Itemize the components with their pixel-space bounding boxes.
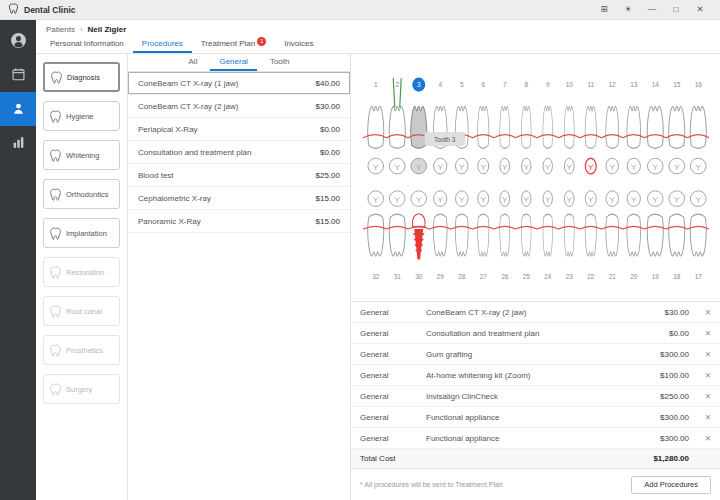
occlusal-lower-24[interactable]: [543, 191, 552, 207]
filter-tab-all[interactable]: All: [180, 54, 207, 71]
tooth-number-lower-18[interactable]: 18: [673, 273, 680, 280]
tooth-number-upper-4[interactable]: 4: [438, 81, 442, 88]
tooth-number-lower-27[interactable]: 27: [480, 273, 487, 280]
remove-row-icon[interactable]: ✕: [689, 308, 711, 317]
occlusal-upper-6[interactable]: [478, 158, 489, 174]
remove-row-icon[interactable]: ✕: [689, 392, 711, 401]
brightness-icon[interactable]: ☀: [616, 0, 640, 19]
tooth-lower-28[interactable]: [455, 214, 468, 256]
remove-row-icon[interactable]: ✕: [689, 434, 711, 443]
occlusal-upper-2[interactable]: [389, 158, 405, 174]
tooth-number-lower-21[interactable]: 21: [609, 273, 616, 280]
tooth-number-upper-2[interactable]: 2: [395, 81, 399, 88]
tooth-number-lower-29[interactable]: 29: [437, 273, 444, 280]
occlusal-upper-12[interactable]: [606, 158, 618, 174]
tab-invoices[interactable]: Invoices: [275, 36, 322, 53]
tooth-lower-20[interactable]: [627, 214, 641, 256]
occlusal-lower-21[interactable]: [606, 191, 618, 207]
procedure-item[interactable]: Consultation and treatment plan$0.00: [128, 141, 350, 164]
tooth-lower-23[interactable]: [564, 214, 574, 256]
sidebar-item-reports[interactable]: [0, 126, 36, 160]
procedure-item[interactable]: Panoramic X-Ray$15.00: [128, 210, 350, 233]
occlusal-lower-19[interactable]: [647, 191, 663, 207]
procedure-item[interactable]: Blood test$25.00: [128, 164, 350, 187]
tooth-lower-22[interactable]: [585, 214, 596, 256]
occlusal-lower-22[interactable]: [585, 191, 596, 207]
minimize-button[interactable]: —: [640, 0, 664, 19]
remove-row-icon[interactable]: ✕: [689, 350, 711, 359]
occlusal-upper-10[interactable]: [564, 158, 574, 174]
tab-procedures[interactable]: Procedures: [133, 36, 192, 53]
occlusal-upper-14[interactable]: [647, 158, 663, 174]
tooth-lower-18[interactable]: [669, 214, 685, 256]
tooth-upper-16[interactable]: [690, 106, 706, 148]
tooth-upper-12[interactable]: [606, 106, 619, 148]
tooth-number-upper-15[interactable]: 15: [673, 81, 680, 88]
tooth-number-upper-7[interactable]: 7: [503, 81, 507, 88]
occlusal-upper-11[interactable]: [585, 158, 596, 174]
maximize-button[interactable]: □: [664, 0, 688, 19]
occlusal-lower-17[interactable]: [690, 191, 706, 207]
tooth-number-lower-17[interactable]: 17: [695, 273, 702, 280]
implant-tooth-30[interactable]: [412, 214, 425, 260]
tooth-number-lower-28[interactable]: 28: [458, 273, 465, 280]
sidebar-item-profile[interactable]: [0, 24, 36, 58]
remove-row-icon[interactable]: ✕: [689, 371, 711, 380]
occlusal-upper-7[interactable]: [500, 158, 510, 174]
occlusal-upper-13[interactable]: [627, 158, 640, 174]
occlusal-lower-18[interactable]: [669, 191, 685, 207]
occlusal-upper-16[interactable]: [690, 158, 706, 174]
procedure-item[interactable]: ConeBeam CT X-ray (1 jaw)$40.00: [128, 72, 350, 95]
occlusal-upper-8[interactable]: [522, 158, 531, 174]
occlusal-upper-1[interactable]: [368, 158, 384, 174]
category-whitening[interactable]: Whitening: [43, 140, 120, 170]
tooth-number-upper-5[interactable]: 5: [460, 81, 464, 88]
occlusal-upper-4[interactable]: [434, 158, 447, 174]
remove-row-icon[interactable]: ✕: [689, 329, 711, 338]
tooth-lower-26[interactable]: [500, 214, 510, 256]
procedure-item[interactable]: ConeBeam CT X-ray (2 jaw)$30.00: [128, 95, 350, 118]
tooth-number-upper-8[interactable]: 8: [524, 81, 528, 88]
tooth-upper-3[interactable]: [411, 106, 427, 148]
sidebar-item-patients[interactable]: [0, 92, 36, 126]
tooth-upper-6[interactable]: [478, 106, 489, 148]
tooth-lower-29[interactable]: [433, 214, 447, 256]
tooth-lower-21[interactable]: [606, 214, 619, 256]
tab-treatment-plan[interactable]: Treatment Plan1: [192, 36, 275, 53]
tooth-lower-31[interactable]: [389, 214, 405, 256]
occlusal-lower-32[interactable]: [368, 191, 384, 207]
tooth-number-lower-19[interactable]: 19: [652, 273, 659, 280]
occlusal-lower-25[interactable]: [522, 191, 531, 207]
tooth-lower-27[interactable]: [478, 214, 489, 256]
sidebar-item-calendar[interactable]: [0, 58, 36, 92]
filter-tab-general[interactable]: General: [210, 54, 256, 71]
add-procedures-button[interactable]: Add Procedures: [631, 476, 711, 494]
occlusal-lower-23[interactable]: [564, 191, 574, 207]
occlusal-lower-26[interactable]: [500, 191, 510, 207]
tooth-number-upper-13[interactable]: 13: [630, 81, 637, 88]
category-prosthetics[interactable]: Prosthetics: [43, 335, 120, 365]
tooth-lower-25[interactable]: [521, 214, 531, 256]
breadcrumb-patients[interactable]: Patients: [46, 25, 75, 34]
tooth-upper-8[interactable]: [521, 106, 531, 148]
tooth-upper-14[interactable]: [647, 106, 663, 148]
occlusal-upper-5[interactable]: [456, 158, 468, 174]
tooth-number-upper-11[interactable]: 11: [587, 81, 594, 88]
tooth-upper-7[interactable]: [500, 106, 510, 148]
tooth-number-lower-25[interactable]: 25: [523, 273, 530, 280]
category-implantation[interactable]: Implantation: [43, 218, 120, 248]
tooth-number-lower-30[interactable]: 30: [415, 273, 422, 280]
tooth-number-lower-31[interactable]: 31: [394, 273, 401, 280]
occlusal-lower-31[interactable]: [389, 191, 405, 207]
tooth-number-lower-20[interactable]: 20: [630, 273, 637, 280]
category-diagnosis[interactable]: Diagnosis: [43, 62, 120, 92]
tooth-lower-24[interactable]: [543, 214, 553, 256]
tooth-number-upper-14[interactable]: 14: [652, 81, 659, 88]
occlusal-upper-15[interactable]: [669, 158, 685, 174]
category-surgery[interactable]: Surgery: [43, 374, 120, 404]
remove-row-icon[interactable]: ✕: [689, 413, 711, 422]
tooth-upper-2[interactable]: [389, 106, 405, 148]
occlusal-lower-29[interactable]: [434, 191, 447, 207]
procedure-item[interactable]: Cephalometric X-ray$15.00: [128, 187, 350, 210]
tooth-upper-13[interactable]: [627, 106, 641, 148]
